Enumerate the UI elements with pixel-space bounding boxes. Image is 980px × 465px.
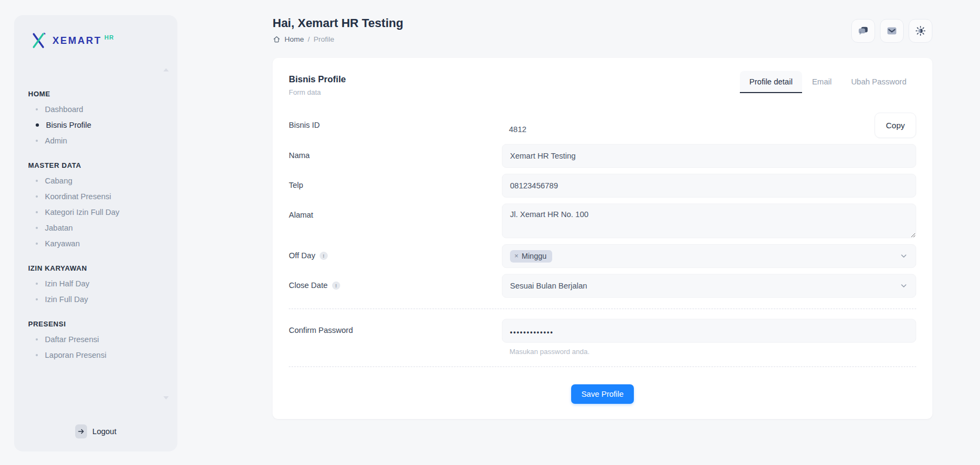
telp-label: Telp bbox=[289, 174, 502, 189]
xemart-logo-mark bbox=[28, 30, 49, 51]
app-window: XEMART HR HOME Dashboard Bisnis Profile … bbox=[0, 0, 980, 465]
breadcrumb-separator: / bbox=[308, 35, 310, 43]
sidebar-item-koordinat-presensi[interactable]: Koordinat Presensi bbox=[28, 188, 163, 204]
nama-row: Nama bbox=[289, 144, 916, 168]
password-helper-text: Masukan password anda. bbox=[509, 348, 916, 356]
theme-toggle-button[interactable] bbox=[909, 19, 932, 43]
close-date-label: Close Date ! bbox=[289, 274, 502, 290]
bullet-icon bbox=[36, 338, 38, 340]
bullet-icon bbox=[36, 243, 38, 245]
form-divider bbox=[289, 366, 916, 367]
close-date-select[interactable]: Sesuai Bulan Berjalan bbox=[502, 274, 916, 298]
bisnis-id-row: Bisnis ID 4812 Copy bbox=[289, 113, 916, 138]
page-header: Hai, Xemart HR Testing Home / Profile bbox=[273, 16, 932, 43]
sidebar-nav: HOME Dashboard Bisnis Profile Admin MAST… bbox=[28, 90, 163, 363]
off-day-chip: × Minggu bbox=[510, 250, 552, 263]
main-content: Hai, Xemart HR Testing Home / Profile bbox=[273, 16, 932, 419]
header-actions bbox=[851, 19, 932, 43]
bullet-icon bbox=[36, 123, 39, 127]
copy-button[interactable]: Copy bbox=[875, 113, 916, 138]
tab-email[interactable]: Email bbox=[802, 71, 841, 93]
logo-brand-text: XEMART bbox=[52, 35, 102, 47]
sidebar-item-izin-half-day[interactable]: Izin Half Day bbox=[28, 276, 163, 291]
sidebar-item-kategori-izin-full-day[interactable]: Kategori Izin Full Day bbox=[28, 204, 163, 220]
close-date-value: Sesuai Bulan Berjalan bbox=[510, 281, 899, 290]
nav-section-presensi: PRESENSI bbox=[28, 320, 163, 328]
bullet-icon bbox=[36, 195, 38, 198]
confirm-password-label: Confirm Password bbox=[289, 319, 502, 335]
sidebar-item-laporan-presensi[interactable]: Laporan Presensi bbox=[28, 347, 163, 363]
bullet-icon bbox=[36, 211, 38, 213]
breadcrumb-home[interactable]: Home bbox=[284, 35, 304, 43]
sidebar-item-karyawan[interactable]: Karyawan bbox=[28, 235, 163, 251]
tab-ubah-password[interactable]: Ubah Password bbox=[842, 71, 916, 93]
sidebar-item-jabatan[interactable]: Jabatan bbox=[28, 220, 163, 235]
tab-profile-detail[interactable]: Profile detail bbox=[740, 71, 803, 93]
save-profile-button[interactable]: Save Profile bbox=[571, 384, 634, 404]
bisnis-id-label: Bisnis ID bbox=[289, 113, 502, 129]
page-title: Hai, Xemart HR Testing bbox=[273, 16, 403, 30]
bullet-icon bbox=[36, 298, 38, 300]
off-day-info-icon[interactable]: ! bbox=[320, 252, 328, 260]
chip-remove-icon[interactable]: × bbox=[514, 252, 519, 260]
nav-section-home: HOME bbox=[28, 90, 163, 98]
mail-button[interactable] bbox=[880, 19, 904, 43]
nama-input[interactable] bbox=[502, 144, 916, 168]
breadcrumb: Home / Profile bbox=[273, 35, 403, 43]
chevron-down-icon bbox=[899, 252, 908, 260]
breadcrumb-current: Profile bbox=[314, 35, 334, 43]
bullet-icon bbox=[36, 180, 38, 182]
theme-sun-icon bbox=[915, 25, 926, 37]
sidebar-item-daftar-presensi[interactable]: Daftar Presensi bbox=[28, 331, 163, 347]
logout-arrow-icon bbox=[75, 424, 87, 438]
off-day-row: Off Day ! × Minggu bbox=[289, 244, 916, 268]
off-day-label: Off Day ! bbox=[289, 244, 502, 260]
alamat-label: Alamat bbox=[289, 204, 502, 219]
close-date-info-icon[interactable]: ! bbox=[332, 281, 340, 290]
confirm-password-row: Confirm Password ••••••••••••• Masukan p… bbox=[289, 319, 916, 356]
sidebar-scroll-down-icon bbox=[163, 396, 169, 399]
chat-button[interactable] bbox=[851, 19, 875, 43]
chat-icon bbox=[857, 25, 869, 37]
telp-input[interactable] bbox=[502, 174, 916, 198]
nav-section-izin-karyawan: IZIN KARYAWAN bbox=[28, 264, 163, 272]
bullet-icon bbox=[36, 108, 38, 110]
close-date-row: Close Date ! Sesuai Bulan Berjalan bbox=[289, 274, 916, 298]
mail-icon bbox=[886, 25, 898, 37]
alamat-row: Alamat Jl. Xemart HR No. 100 bbox=[289, 204, 916, 238]
nav-section-master-data: MASTER DATA bbox=[28, 161, 163, 169]
profile-form: Bisnis ID 4812 Copy Nama Telp bbox=[289, 113, 916, 404]
chevron-down-icon bbox=[899, 281, 908, 290]
form-divider bbox=[289, 309, 916, 309]
sidebar-item-cabang[interactable]: Cabang bbox=[28, 173, 163, 188]
bullet-icon bbox=[36, 283, 38, 285]
card-title: Bisnis Profile bbox=[289, 71, 346, 84]
off-day-multiselect[interactable]: × Minggu bbox=[502, 244, 916, 268]
bullet-icon bbox=[36, 140, 38, 142]
profile-tabs: Profile detail Email Ubah Password bbox=[740, 71, 916, 93]
card-subtitle: Form data bbox=[289, 88, 346, 96]
bullet-icon bbox=[36, 354, 38, 356]
nama-label: Nama bbox=[289, 144, 502, 160]
sidebar-item-admin[interactable]: Admin bbox=[28, 133, 163, 148]
alamat-textarea[interactable]: Jl. Xemart HR No. 100 bbox=[502, 204, 916, 238]
bisnis-profile-card: Bisnis Profile Form data Profile detail … bbox=[273, 58, 932, 419]
logo[interactable]: XEMART HR bbox=[28, 30, 163, 51]
confirm-password-input[interactable]: ••••••••••••• bbox=[502, 319, 916, 343]
sidebar-item-izin-full-day[interactable]: Izin Full Day bbox=[28, 291, 163, 307]
home-icon bbox=[273, 35, 281, 43]
telp-row: Telp bbox=[289, 174, 916, 198]
logo-hr-suffix: HR bbox=[104, 34, 114, 41]
sidebar-scroll-up-icon bbox=[163, 68, 169, 71]
logout-button[interactable]: Logout bbox=[14, 424, 177, 438]
bullet-icon bbox=[36, 227, 38, 229]
sidebar: XEMART HR HOME Dashboard Bisnis Profile … bbox=[14, 15, 177, 451]
bisnis-id-value: 4812 bbox=[502, 117, 526, 134]
sidebar-item-bisnis-profile[interactable]: Bisnis Profile bbox=[28, 117, 163, 133]
sidebar-item-dashboard[interactable]: Dashboard bbox=[28, 101, 163, 117]
